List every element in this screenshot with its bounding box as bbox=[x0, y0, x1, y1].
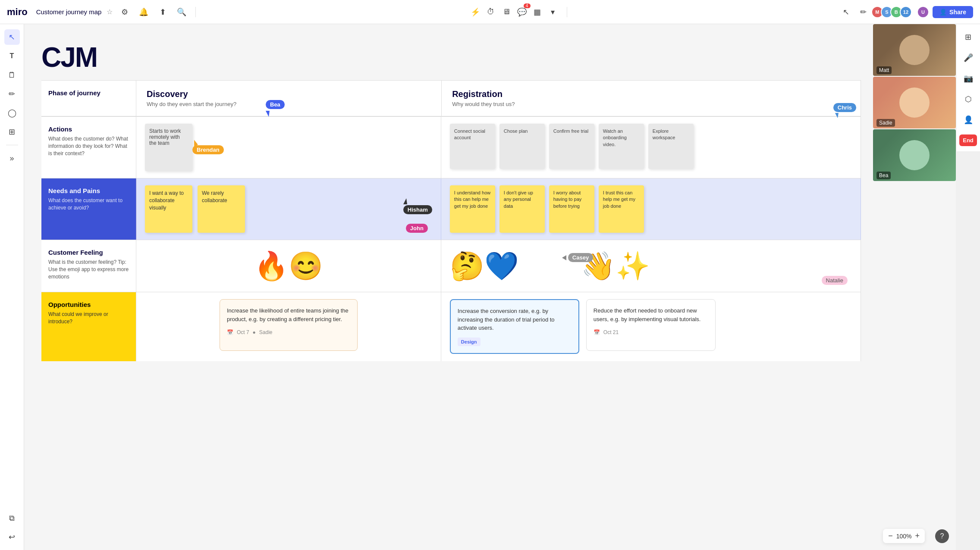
notification-icon[interactable]: 🔔 bbox=[137, 5, 151, 19]
cursor-bea: Bea bbox=[266, 100, 285, 117]
video-panel: Matt Sadie Bea bbox=[873, 24, 956, 181]
discovery-opportunities: Increase the likelihood of entire teams … bbox=[136, 292, 441, 361]
discovery-actions: Starts to work remotely with the team Br… bbox=[136, 117, 441, 178]
lightning-icon[interactable]: ⚡ bbox=[468, 5, 482, 19]
opportunity-meta-3: 📅 Oct 21 bbox=[594, 328, 708, 336]
actions-title: Actions bbox=[48, 125, 129, 133]
upload-icon[interactable]: ⬆ bbox=[156, 5, 170, 19]
discovery-phase-header: Discovery Why do they even start the jou… bbox=[136, 80, 442, 116]
discovery-needs: I want a way to collaborate visually We … bbox=[136, 178, 441, 240]
table-icon[interactable]: ▦ bbox=[531, 5, 544, 19]
opportunities-label: Opportunities What could we improve or i… bbox=[41, 292, 136, 361]
registration-feeling: 🤔💙 Casey 👋✨ Natalie bbox=[441, 240, 861, 292]
needs-row: Needs and Pains What does the customer w… bbox=[41, 178, 861, 240]
sticky-tool-icon[interactable]: 🗒 bbox=[4, 67, 20, 83]
avatar-count[interactable]: 12 bbox=[900, 6, 912, 18]
video-tile-bea: Bea bbox=[873, 129, 956, 181]
opportunity-card-2: Increase the conversion rate, e.g. by in… bbox=[450, 299, 579, 354]
opportunity-card-3: Reduce the effort needed to onboard new … bbox=[586, 299, 716, 351]
zoom-minus-button[interactable]: − bbox=[888, 531, 893, 541]
needs-sticky-understand: I understand how this can help me get my… bbox=[450, 185, 495, 233]
zoom-controls: − 100% + bbox=[883, 529, 925, 543]
phase-of-journey-title: Phase of journey bbox=[48, 89, 129, 97]
toolbar-separator bbox=[6, 145, 18, 145]
opportunity-text-3: Reduce the effort needed to onboard new … bbox=[594, 306, 708, 323]
share-button[interactable]: 👤 Share bbox=[933, 6, 973, 18]
opportunities-row: Opportunities What could we improve or i… bbox=[41, 292, 861, 361]
user-avatar[interactable]: U bbox=[917, 6, 929, 18]
separator2 bbox=[567, 7, 567, 17]
opportunity-card-1: Increase the likelihood of entire teams … bbox=[220, 299, 358, 351]
star-icon[interactable]: ☆ bbox=[107, 8, 113, 16]
registration-phase-header: Registration Why would they trust us? Ch… bbox=[442, 80, 861, 116]
action-sticky-confirm: Confirm free trial bbox=[549, 124, 594, 169]
pen-mode-icon[interactable]: ✏ bbox=[857, 5, 870, 19]
opportunity-text-1: Increase the likelihood of entire teams … bbox=[227, 306, 350, 323]
cursor-label-natalie: Natalie bbox=[822, 276, 848, 285]
doc-title[interactable]: Customer journey map bbox=[36, 8, 102, 16]
needs-sticky-trust: I trust this can help me get my job done bbox=[599, 185, 644, 233]
registration-needs: I understand how this can help me get my… bbox=[441, 178, 861, 240]
settings-icon[interactable]: ⚙ bbox=[118, 5, 132, 19]
screen-share-icon[interactable]: ⬡ bbox=[961, 91, 976, 107]
mic-icon[interactable]: 🎤 bbox=[961, 50, 976, 66]
cursor-tool-icon[interactable]: ↖ bbox=[4, 29, 20, 45]
zoom-level: 100% bbox=[896, 533, 912, 540]
timer-icon[interactable]: ⏱ bbox=[484, 5, 498, 19]
camera-icon[interactable]: 📷 bbox=[961, 71, 976, 86]
cursor-label-john: John bbox=[406, 224, 428, 233]
end-button[interactable]: End bbox=[959, 134, 977, 146]
video-participant-name-matt: Matt bbox=[876, 66, 892, 74]
canvas: CJM Bea Phase of journey Discovery Why d… bbox=[24, 24, 956, 550]
video-participant-name-sadie: Sadie bbox=[876, 119, 895, 127]
cursor-arrow-casey bbox=[562, 255, 566, 260]
more-tools-icon[interactable]: » bbox=[4, 150, 20, 166]
feeling-emoji-2: 🤔💙 bbox=[450, 250, 519, 282]
discovery-feeling: 🔥😊 bbox=[136, 240, 441, 292]
needs-sticky-1: I want a way to collaborate visually bbox=[145, 185, 192, 233]
cursor-arrow-hisham bbox=[403, 198, 407, 204]
cursor-label-brendan: Brendan bbox=[192, 145, 224, 154]
screen-icon[interactable]: 🖥 bbox=[499, 5, 513, 19]
feeling-desc: What is the customer feeling? Tip: Use t… bbox=[48, 259, 129, 280]
comment-icon[interactable]: 💬 4 bbox=[515, 5, 529, 19]
action-sticky-1: Starts to work remotely with the team bbox=[145, 124, 192, 171]
topbar-right: ↖ ✏ M S B 12 U 👤 Share bbox=[839, 5, 973, 19]
cursor-brendan: Brendan bbox=[192, 140, 224, 154]
opportunity-text-2: Increase the conversion rate, e.g. by in… bbox=[458, 307, 572, 332]
discovery-title: Discovery bbox=[147, 89, 431, 99]
action-sticky-connect: Connect social account bbox=[450, 124, 495, 169]
feeling-label: Customer Feeling What is the customer fe… bbox=[41, 240, 136, 292]
opportunities-desc: What could we improve or introduce? bbox=[48, 311, 129, 325]
search-icon[interactable]: 🔍 bbox=[175, 5, 188, 19]
equalizer-icon[interactable]: ⊞ bbox=[961, 29, 976, 45]
needs-desc: What does the customer want to achieve o… bbox=[48, 197, 129, 212]
cursor-label-hisham: Hisham bbox=[403, 205, 432, 214]
shape-tool-icon[interactable]: ◯ bbox=[4, 105, 20, 121]
cursor-mode-icon[interactable]: ↖ bbox=[839, 5, 853, 19]
text-tool-icon[interactable]: T bbox=[4, 48, 20, 64]
zoom-plus-button[interactable]: + bbox=[915, 531, 920, 541]
cursor-chris-area: Chris bbox=[833, 103, 856, 118]
registration-title: Registration bbox=[452, 89, 850, 99]
person-icon[interactable]: 👤 bbox=[961, 112, 976, 128]
notification-badge: 4 bbox=[524, 3, 531, 8]
action-sticky-explore: Explore workspace bbox=[648, 124, 694, 169]
board: CJM Bea Phase of journey Discovery Why d… bbox=[41, 41, 861, 361]
pen-tool-icon[interactable]: ✏ bbox=[4, 86, 20, 102]
needs-label: Needs and Pains What does the customer w… bbox=[41, 178, 136, 240]
action-sticky-onboard: Watch an onboarding video. bbox=[599, 124, 644, 169]
cursor-casey: Casey bbox=[562, 253, 593, 262]
help-button[interactable]: ? bbox=[935, 529, 949, 543]
opportunity-date-3: Oct 21 bbox=[603, 328, 619, 336]
opportunity-meta-1: 📅 Oct 7 ● Sadie bbox=[227, 328, 350, 336]
undo-icon[interactable]: ↩ bbox=[4, 529, 20, 545]
chevron-down-icon[interactable]: ▾ bbox=[546, 5, 560, 19]
opportunity-meta-2: Design bbox=[458, 338, 572, 347]
cursor-label-chris: Chris bbox=[833, 103, 856, 112]
cursor-arrow-bea bbox=[266, 111, 270, 117]
opportunity-author-1: Sadie bbox=[259, 328, 273, 336]
layers-icon[interactable]: ⧉ bbox=[4, 510, 20, 526]
board-title: CJM bbox=[41, 41, 861, 73]
frame-tool-icon[interactable]: ⊞ bbox=[4, 124, 20, 140]
